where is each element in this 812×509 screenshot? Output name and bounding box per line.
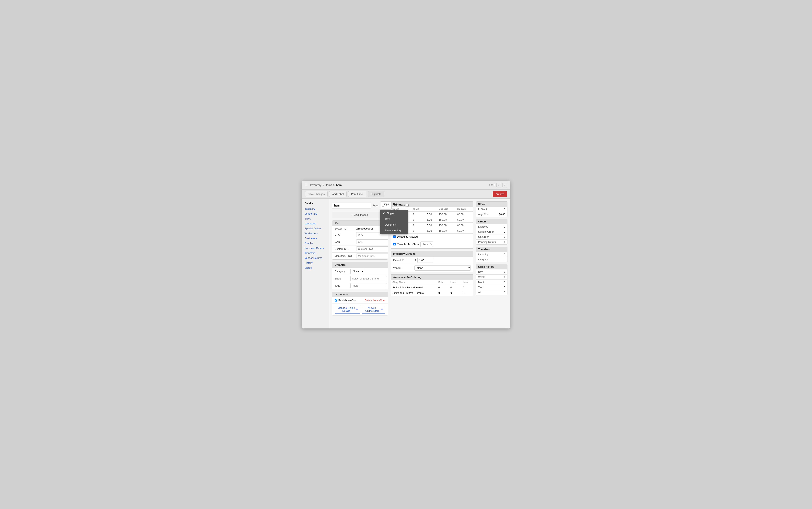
week-row: Week 0: [476, 274, 507, 279]
month-label: Month: [478, 281, 485, 283]
external-link-icon2: ⧉: [381, 308, 383, 311]
avg-cost-row: Avg. Cost $0.00: [476, 212, 507, 217]
default-cost-input[interactable]: [417, 258, 433, 263]
content-area: Type Single ▾ ✓ Single Box: [329, 199, 510, 329]
brand-input[interactable]: [350, 276, 387, 281]
sidebar-item-transfers[interactable]: Transfers: [302, 250, 329, 256]
taxable-row: Taxable Tax Class Item: [391, 240, 473, 248]
orders-box: Orders Layaway 0 Special Order 0 On Orde…: [476, 219, 507, 245]
sidebar-item-merge[interactable]: Merge: [302, 265, 329, 270]
custom-sku-input[interactable]: [356, 246, 388, 251]
titlebar: ☰ Inventory > Items > hem 1 of 5 ‹ ›: [302, 181, 510, 190]
col-need: Need: [461, 280, 473, 285]
manage-online-button[interactable]: Manage Online Details ⧉: [334, 305, 360, 314]
pending-return-label: Pending Return: [478, 241, 496, 243]
on-order-label: On Order: [478, 235, 489, 238]
category-select[interactable]: None: [350, 269, 364, 274]
category-label: Category: [334, 270, 350, 273]
sidebar-section-details: Details: [302, 201, 329, 206]
outgoing-label: Outgoing: [478, 258, 489, 261]
sidebar-item-inventory[interactable]: Inventory: [302, 206, 329, 211]
stock-header: Stock: [476, 202, 507, 206]
sidebar-item-layaways[interactable]: Layaways: [302, 221, 329, 226]
outgoing-value: 0: [504, 258, 505, 261]
tags-input[interactable]: [350, 283, 387, 288]
serialized-label: Serialized: [394, 204, 405, 207]
name-type-row: Type Single ▾ ✓ Single Box: [332, 201, 388, 210]
ean-row: EAN: [332, 238, 388, 245]
delete-from-ecom-button[interactable]: Delete from eCom: [365, 299, 385, 302]
sidebar-item-vendor-ids[interactable]: Vendor IDs: [302, 211, 329, 216]
ean-input[interactable]: [356, 239, 388, 244]
special-order-value: 0: [504, 230, 505, 233]
sidebar-item-customers[interactable]: Customers: [302, 236, 329, 241]
duplicate-button[interactable]: Duplicate: [368, 191, 384, 197]
type-option-box[interactable]: Box: [380, 216, 408, 222]
sidebar-item-purchase-orders[interactable]: Purchase Orders: [302, 246, 329, 250]
brand-dropdown-icon[interactable]: ▾: [388, 277, 388, 280]
month-row: Month 0: [476, 279, 507, 284]
type-dropdown-button[interactable]: Single ▾: [380, 201, 392, 210]
type-label: Type: [373, 204, 378, 207]
archive-button[interactable]: Archive: [493, 191, 507, 197]
taxable-label: Taxable: [397, 243, 406, 246]
type-option-assembly[interactable]: Assembly: [380, 222, 408, 228]
sidebar-item-workorders[interactable]: Workorders: [302, 231, 329, 236]
col-margin: MARGIN: [456, 207, 473, 212]
hamburger-icon[interactable]: ☰: [305, 183, 308, 187]
tags-label: Tags: [334, 284, 350, 287]
breadcrumb-sep1: >: [323, 183, 324, 186]
sidebar-item-graphs[interactable]: Graphs: [302, 241, 329, 246]
sales-history-header: Sales History: [476, 264, 507, 269]
on-order-row: On Order 0: [476, 234, 507, 239]
vendor-label: Vendor: [393, 267, 413, 269]
tax-class-select[interactable]: Item: [420, 241, 433, 247]
reorder-header: Automatic Re-Ordering: [391, 275, 473, 280]
sidebar-item-vendor-returns[interactable]: Vendor Returns: [302, 256, 329, 261]
save-button[interactable]: Save Changes: [305, 191, 327, 197]
item-name-input[interactable]: [332, 203, 371, 208]
print-label-button[interactable]: Print Label: [348, 191, 366, 197]
system-id-value: 210000000015: [356, 227, 374, 230]
vendor-select[interactable]: None: [415, 265, 471, 271]
table-row: Smith & Smith's - Montreal 0 0 0: [391, 284, 473, 290]
pagination-next[interactable]: ›: [502, 183, 507, 188]
serialized-checkbox[interactable]: [406, 204, 409, 207]
publish-label: Publish to eCom: [339, 299, 357, 302]
sidebar-item-sales[interactable]: Sales: [302, 216, 329, 221]
month-value: 0: [504, 281, 505, 283]
system-id-row: System ID 210000000015: [332, 226, 388, 231]
add-label-button[interactable]: Add Label: [329, 191, 347, 197]
sidebar-item-special-orders[interactable]: Special Orders: [302, 226, 329, 231]
add-images-button[interactable]: + Add Images: [332, 212, 388, 218]
publish-checkbox[interactable]: [334, 299, 337, 302]
all-row: All 0: [476, 290, 507, 295]
inventory-defaults-section: Inventory Defaults Default Cost $ Vendor…: [391, 251, 473, 272]
main-content: Details Inventory Vendor IDs Sales Layaw…: [302, 199, 510, 329]
manufact-sku-input[interactable]: [356, 253, 388, 259]
discounts-checkbox[interactable]: [393, 235, 396, 238]
checkmark-placeholder3: [383, 229, 384, 232]
organize-section: Organize Category None Brand ▾ Tags: [332, 262, 388, 289]
checkmark-icon: ✓: [383, 212, 385, 214]
taxable-checkbox[interactable]: [393, 243, 396, 245]
layaway-value: 0: [504, 225, 505, 228]
stock-box: Stock In Stock 0 Avg. Cost $0.00: [476, 201, 507, 217]
default-cost-label: Default Cost: [393, 259, 413, 262]
sales-history-box: Sales History Day 0 Week 0 Month 0 Year: [476, 264, 507, 295]
reorder-table: Shop Name Point Level Need Smith & Smith…: [391, 280, 473, 296]
all-label: All: [478, 291, 481, 294]
view-online-store-button[interactable]: View in Online Store ⧉: [362, 305, 385, 314]
transfers-header: Transfers: [476, 247, 507, 252]
tags-row: Tags: [332, 282, 388, 289]
pagination-prev[interactable]: ‹: [496, 183, 501, 188]
ids-section: IDs System ID 210000000015 UPC EAN Cu: [332, 220, 388, 260]
default-cost-row: Default Cost $: [391, 257, 473, 264]
day-value: 0: [504, 270, 505, 273]
type-option-single[interactable]: ✓ Single: [380, 210, 408, 216]
pending-return-value: 0: [504, 241, 505, 243]
day-label: Day: [478, 270, 483, 273]
type-option-non-inventory[interactable]: Non-Inventory: [380, 228, 408, 233]
sidebar-item-history[interactable]: History: [302, 261, 329, 265]
avg-cost-value: $0.00: [499, 213, 505, 216]
